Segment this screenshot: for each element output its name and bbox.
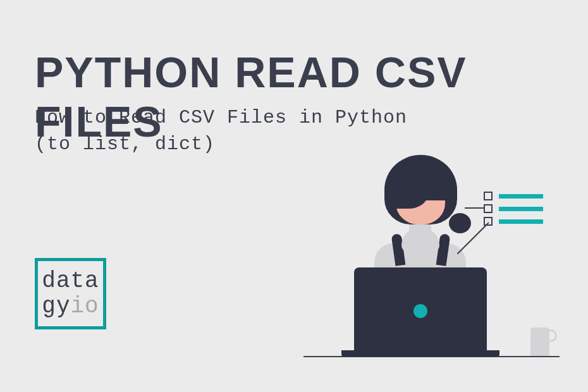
subtitle: How to Read CSV Files in Python (to list… <box>35 104 407 157</box>
checklist-item <box>484 204 553 213</box>
hero-illustration <box>291 168 553 357</box>
checklist-callout <box>484 192 553 230</box>
subtitle-line-1: How to Read CSV Files in Python <box>35 104 407 131</box>
subtitle-line-2: (to list, dict) <box>35 131 407 157</box>
brand-logo: data gyio <box>35 258 106 329</box>
checkbox-icon <box>484 204 493 213</box>
cup-icon <box>530 324 553 356</box>
checklist-item <box>484 192 553 200</box>
checklist-item <box>484 217 553 226</box>
checkbox-icon <box>484 192 493 200</box>
logo-line-2: gyio <box>42 294 99 319</box>
logo-line-1: data <box>42 269 99 294</box>
laptop-icon <box>354 267 487 356</box>
